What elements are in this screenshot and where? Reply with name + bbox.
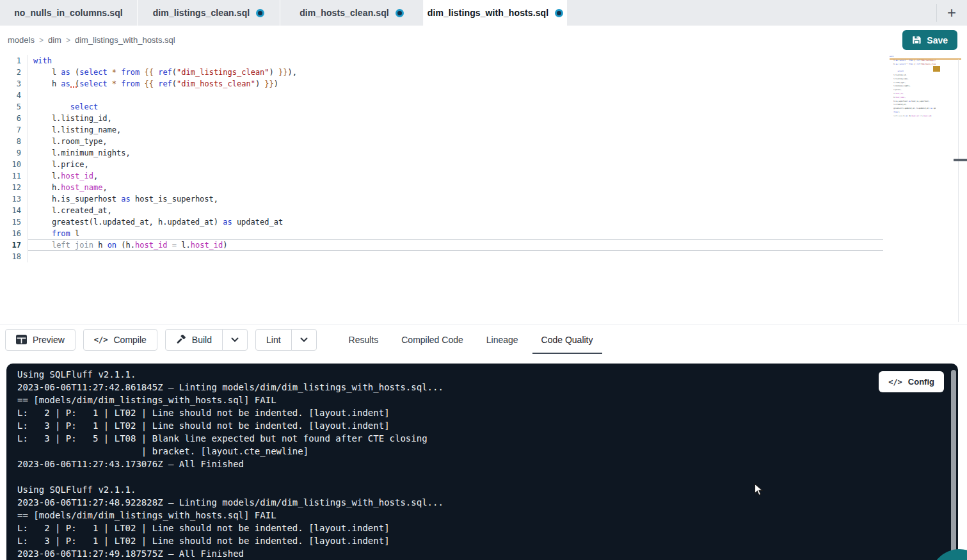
line-number: 18 xyxy=(0,251,28,262)
terminal-line: 2023-06-06T11:27:43.173076Z — All Finish… xyxy=(17,458,958,470)
line-number: 13 xyxy=(0,193,28,205)
terminal-line: 2023-06-06T11:27:49.187575Z — All Finish… xyxy=(17,547,958,560)
code-line[interactable]: 3 h as (select * from {{ ref("dim_hosts_… xyxy=(0,78,883,90)
code-line[interactable]: 5 select xyxy=(0,101,883,113)
line-number: 16 xyxy=(0,228,28,239)
code-line[interactable]: 11 l.host_id, xyxy=(0,170,883,182)
code-line[interactable]: 7 l.listing_name, xyxy=(0,124,883,136)
unsaved-changes-icon[interactable] xyxy=(256,9,264,17)
code-line[interactable]: 16 from l xyxy=(0,228,883,239)
panel-tabs: ResultsCompiled CodeLineageCode Quality xyxy=(340,325,607,355)
code-editor[interactable]: 1with2 l as (select * from {{ ref("dim_l… xyxy=(0,54,967,324)
code-line[interactable]: 6 l.listing_id, xyxy=(0,113,883,124)
file-tab[interactable]: no_nulls_in_columns.sql xyxy=(0,0,138,26)
code-text: l.host_id, xyxy=(28,170,883,182)
code-text: select xyxy=(28,101,883,113)
code-line[interactable]: 8 l.room_type, xyxy=(0,136,883,147)
code-text: greatest(l.updated_at, h.updated_at) as … xyxy=(28,216,883,228)
terminal-line: | bracket. [layout.cte_newline] xyxy=(17,445,958,458)
tab-results[interactable]: Results xyxy=(340,325,388,355)
code-text: h.host_name, xyxy=(28,182,883,193)
code-text: l.created_at, xyxy=(28,205,883,216)
file-header-bar: models>dim>dim_listings_with_hosts.sql S… xyxy=(0,26,967,54)
compile-label: Compile xyxy=(113,335,146,345)
code-text: h as (select * from {{ ref("dim_hosts_cl… xyxy=(28,78,883,90)
code-line[interactable]: 14 l.created_at, xyxy=(0,205,883,216)
scroll-position-marker[interactable] xyxy=(954,159,967,161)
terminal-line: Using SQLFluff v2.1.1. xyxy=(17,483,958,496)
terminal-line: 2023-06-06T11:27:42.861845Z — Linting mo… xyxy=(17,381,958,394)
code-brackets-icon: </> xyxy=(94,335,108,344)
line-number: 8 xyxy=(0,136,28,147)
config-button[interactable]: </> Config xyxy=(879,371,944,392)
breadcrumb-item[interactable]: dim_listings_with_hosts.sql xyxy=(75,35,175,45)
file-tab[interactable]: dim_hosts_clean.sql xyxy=(280,0,424,26)
line-number: 6 xyxy=(0,113,28,124)
code-line[interactable]: 13 h.is_superhost as host_is_superhost, xyxy=(0,193,883,205)
action-toolbar: Preview </> Compile Build Lint xyxy=(0,324,967,354)
lint-squiggle-icon xyxy=(69,86,77,88)
terminal-scrollbar[interactable] xyxy=(951,370,956,554)
code-line[interactable]: 15 greatest(l.updated_at, h.updated_at) … xyxy=(0,216,883,228)
compile-button[interactable]: </> Compile xyxy=(83,329,157,351)
code-text: with xyxy=(28,55,883,67)
terminal-line: L: 3 | P: 5 | LT08 | Blank line expected… xyxy=(17,432,958,445)
code-line[interactable]: 17 left join h on (h.host_id = l.host_id… xyxy=(0,239,883,251)
terminal-output[interactable]: Using SQLFluff v2.1.1.2023-06-06T11:27:4… xyxy=(6,364,958,560)
code-brackets-icon: </> xyxy=(888,378,902,387)
code-text: l.listing_id, xyxy=(28,113,883,124)
lint-label: Lint xyxy=(266,335,281,345)
code-line[interactable]: 10 l.price, xyxy=(0,159,883,170)
code-text: from l xyxy=(28,228,883,239)
unsaved-changes-icon[interactable] xyxy=(555,9,563,17)
tab-code-quality[interactable]: Code Quality xyxy=(532,325,602,355)
bottom-panel: Using SQLFluff v2.1.1.2023-06-06T11:27:4… xyxy=(0,354,967,560)
unsaved-changes-icon[interactable] xyxy=(396,9,404,17)
hammer-icon xyxy=(176,335,186,345)
terminal-line: L: 3 | P: 1 | LT02 | Line should not be … xyxy=(17,419,958,432)
file-tab[interactable]: dim_listings_clean.sql xyxy=(138,0,280,26)
code-line[interactable]: 12 h.host_name, xyxy=(0,182,883,193)
tab-compiled-code[interactable]: Compiled Code xyxy=(392,325,472,355)
code-line[interactable]: 2 l as (select * from {{ ref("dim_listin… xyxy=(0,67,883,78)
breadcrumb-item[interactable]: models xyxy=(8,35,35,45)
new-tab-button[interactable]: + xyxy=(941,3,962,23)
breadcrumb: models>dim>dim_listings_with_hosts.sql xyxy=(0,35,175,45)
lint-button[interactable]: Lint xyxy=(255,329,292,351)
build-button[interactable]: Build xyxy=(165,329,223,351)
dbt-ide-app: no_nulls_in_columns.sqldim_listings_clea… xyxy=(0,0,967,560)
build-dropdown-button[interactable] xyxy=(222,329,248,351)
code-text: h.is_superhost as host_is_superhost, xyxy=(28,193,883,205)
line-number: 17 xyxy=(0,239,28,251)
line-number: 12 xyxy=(0,182,28,193)
save-button[interactable]: Save xyxy=(902,30,957,50)
terminal-line xyxy=(17,470,958,483)
lint-dropdown-button[interactable] xyxy=(291,329,317,351)
minimap[interactable]: with l as (select * from {{ ref("dim_lis… xyxy=(890,55,936,127)
tab-lineage[interactable]: Lineage xyxy=(477,325,527,355)
code-line[interactable]: 18 xyxy=(0,251,883,262)
line-number: 11 xyxy=(0,170,28,182)
lint-warning-marker-icon xyxy=(933,66,940,72)
breadcrumb-separator-icon: > xyxy=(39,36,44,45)
code-text: l.room_type, xyxy=(28,136,883,147)
code-text xyxy=(28,251,883,262)
code-line[interactable]: 9 l.minimum_nights, xyxy=(0,147,883,159)
tab-label: dim_listings_clean.sql xyxy=(153,8,250,18)
preview-button[interactable]: Preview xyxy=(5,329,76,351)
line-number: 3 xyxy=(0,78,28,90)
code-line[interactable]: 1with xyxy=(0,55,883,67)
chevron-down-icon xyxy=(300,337,308,342)
terminal-line: L: 3 | P: 1 | LT02 | Line should not be … xyxy=(17,534,958,547)
editor-tab-bar: no_nulls_in_columns.sqldim_listings_clea… xyxy=(0,0,967,26)
code-text: l.minimum_nights, xyxy=(28,147,883,159)
breadcrumb-item[interactable]: dim xyxy=(48,35,61,45)
save-label: Save xyxy=(927,35,948,45)
code-text: l.price, xyxy=(28,159,883,170)
tabbar-divider xyxy=(936,4,937,22)
line-number: 14 xyxy=(0,205,28,216)
file-tab[interactable]: dim_listings_with_hosts.sql xyxy=(424,0,567,26)
table-grid-icon xyxy=(16,335,27,344)
terminal-line: == [models/dim/dim_listings_with_hosts.s… xyxy=(17,509,958,522)
code-line[interactable]: 4 xyxy=(0,90,883,101)
